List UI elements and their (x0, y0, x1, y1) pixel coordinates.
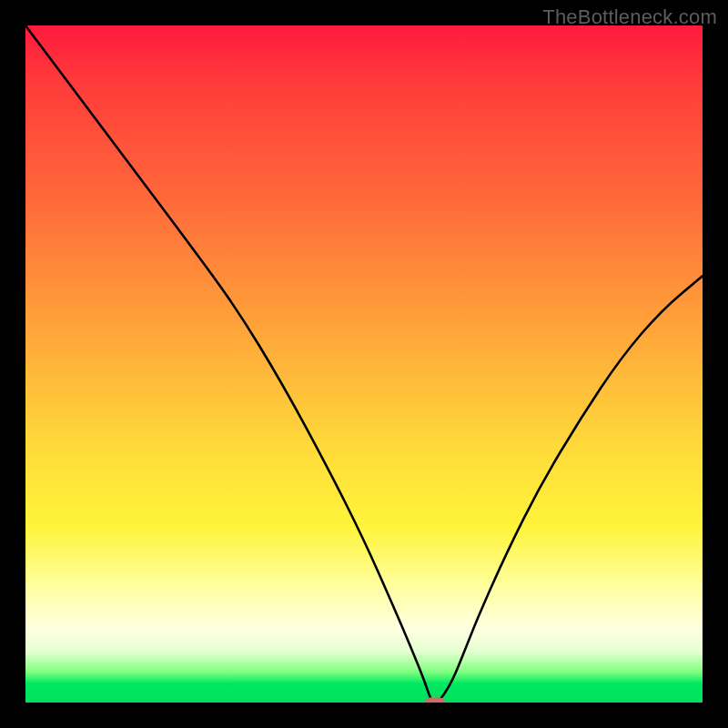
plot-area (25, 25, 703, 703)
curve-path (25, 25, 703, 703)
watermark-text: TheBottleneck.com (542, 5, 717, 29)
minimum-marker (425, 698, 445, 703)
chart-frame: TheBottleneck.com (0, 0, 728, 728)
bottleneck-curve (25, 25, 703, 703)
